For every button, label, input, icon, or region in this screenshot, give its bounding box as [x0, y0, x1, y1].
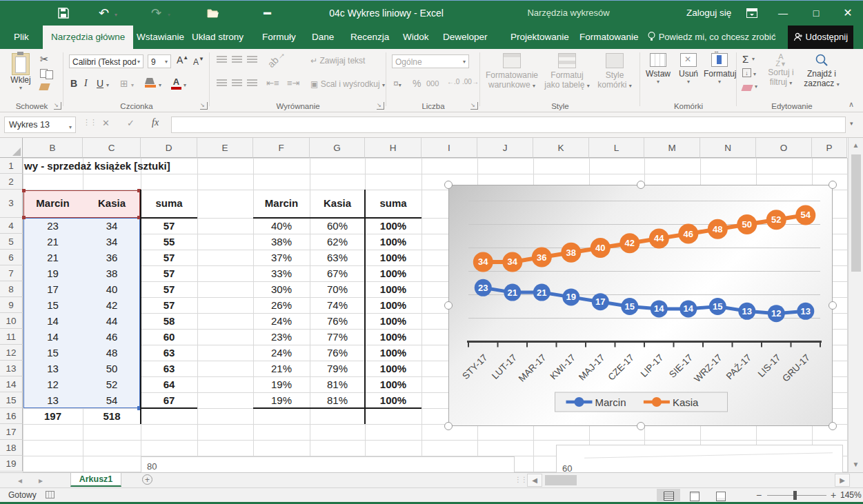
tab-recenzja[interactable]: Recenzja: [342, 26, 397, 49]
zoom-in-icon[interactable]: +: [831, 490, 836, 501]
open-folder-icon[interactable]: [207, 1, 219, 27]
column-header-K[interactable]: K: [533, 138, 589, 158]
format-cells-button[interactable]: ↔ Formatuj▾: [704, 53, 735, 85]
fill-dropdown-icon[interactable]: ▾: [753, 71, 756, 77]
cell-marcin-value[interactable]: 21: [23, 234, 83, 250]
column-header-M[interactable]: M: [644, 138, 700, 158]
cell-marcin-pct[interactable]: 21%: [253, 361, 310, 376]
row-header-9[interactable]: 9: [0, 297, 23, 313]
cell-kasia-value[interactable]: 52: [83, 376, 141, 392]
enter-formula-icon[interactable]: ✓: [127, 118, 135, 128]
chart-selection-handle[interactable]: [444, 181, 453, 189]
cell-marcin-pct[interactable]: 33%: [253, 265, 310, 281]
cell-marcin-pct[interactable]: 23%: [253, 329, 310, 345]
zoom-slider-thumb[interactable]: [793, 491, 797, 500]
cell-b3-marcin-header[interactable]: Marcin: [23, 190, 83, 218]
zoom-out-icon[interactable]: −: [756, 490, 762, 501]
cell-suma-value[interactable]: 55: [141, 234, 197, 250]
cell-marcin-pct[interactable]: 26%: [253, 297, 310, 313]
row-header-15[interactable]: 15: [0, 392, 23, 408]
number-format-combo[interactable]: Ogólne ▾: [392, 54, 469, 68]
row-header-17[interactable]: 17: [0, 424, 23, 440]
column-header-B[interactable]: B: [23, 138, 83, 158]
cell-suma-pct[interactable]: 100%: [365, 345, 421, 361]
font-color-dropdown-icon[interactable]: ▾: [183, 82, 186, 88]
cell-suma-value[interactable]: 57: [141, 250, 197, 265]
cell-suma-pct[interactable]: 100%: [365, 265, 421, 281]
clear-eraser-icon[interactable]: [741, 85, 753, 91]
tabstrip-splitter[interactable]: ⋮⋮: [515, 476, 527, 483]
cell-suma-value[interactable]: 67: [141, 392, 197, 408]
cell-marcin-value[interactable]: 14: [23, 313, 83, 329]
undo-dropdown-icon[interactable]: ▾: [115, 3, 117, 28]
cell-suma-pct[interactable]: 100%: [365, 234, 421, 250]
format-painter-icon[interactable]: [39, 83, 50, 90]
column-header-L[interactable]: L: [589, 138, 644, 158]
row-header-14[interactable]: 14: [0, 376, 23, 392]
column-header-D[interactable]: D: [141, 138, 197, 158]
cell-marcin-value[interactable]: 13: [23, 392, 83, 408]
align-top-icon[interactable]: [217, 56, 227, 63]
row-header-3[interactable]: 3: [0, 190, 23, 218]
accounting-format-icon[interactable]: ¤▾: [393, 78, 401, 89]
cell-marcin-pct[interactable]: 38%: [253, 234, 310, 250]
hscroll-left-icon[interactable]: ◀: [527, 474, 542, 487]
sales-line-chart[interactable]: STY-17LUT-17MAR-17KWI-17MAJ-17CZE-17LIP-…: [448, 185, 833, 426]
view-normal-icon[interactable]: [657, 489, 680, 501]
cell-styles-button[interactable]: Style komórki ▾: [593, 53, 636, 90]
cell-suma-pct[interactable]: 100%: [365, 361, 421, 376]
cancel-formula-icon[interactable]: ✕: [102, 118, 110, 128]
decrease-decimal-icon[interactable]: .00→: [462, 78, 479, 85]
cell-kasia-pct[interactable]: 63%: [310, 250, 365, 265]
cell-b16-total[interactable]: 197: [23, 408, 83, 424]
cell-marcin-value[interactable]: 19: [23, 265, 83, 281]
cell-kasia-value[interactable]: 34: [83, 234, 141, 250]
row-header-12[interactable]: 12: [0, 345, 23, 361]
cell-c16-total[interactable]: 518: [83, 408, 141, 424]
cell-suma-value[interactable]: 64: [141, 376, 197, 392]
decrease-font-icon[interactable]: A▼: [193, 56, 204, 67]
align-bottom-icon[interactable]: [247, 56, 257, 63]
cell-kasia-value[interactable]: 40: [83, 281, 141, 297]
column-header-P[interactable]: P: [812, 138, 847, 158]
worksheet-grid[interactable]: BCDEFGHIJKLMNOP1234567891011121314151617…: [0, 138, 848, 472]
column-header-C[interactable]: C: [83, 138, 141, 158]
column-header-F[interactable]: F: [253, 138, 310, 158]
namebox-splitter[interactable]: ⋮⋮: [83, 118, 97, 127]
cell-kasia-pct[interactable]: 74%: [310, 297, 365, 313]
cell-marcin-pct[interactable]: 24%: [253, 313, 310, 329]
clear-dropdown-icon[interactable]: ▾: [755, 83, 757, 90]
view-page-layout-icon[interactable]: [683, 489, 706, 501]
row-header-18[interactable]: 18: [0, 440, 23, 456]
row-header-13[interactable]: 13: [0, 361, 23, 376]
cell-suma-value[interactable]: 57: [141, 265, 197, 281]
column-header-E[interactable]: E: [197, 138, 253, 158]
chart-selection-handle[interactable]: [637, 422, 645, 430]
cell-marcin-value[interactable]: 15: [23, 297, 83, 313]
cell-kasia-pct[interactable]: 76%: [310, 345, 365, 361]
cell-kasia-value[interactable]: 36: [83, 250, 141, 265]
cell-suma-value[interactable]: 60: [141, 329, 197, 345]
align-left-icon[interactable]: [217, 79, 227, 87]
bold-button[interactable]: B: [70, 78, 77, 89]
row-header-16[interactable]: 16: [0, 408, 23, 424]
name-box[interactable]: Wykres 13▾: [4, 117, 76, 133]
cell-marcin-value[interactable]: 21: [23, 250, 83, 265]
vertical-scroll-thumb[interactable]: [851, 154, 861, 272]
orientation-icon[interactable]: ab→: [266, 48, 288, 70]
cell-kasia-value[interactable]: 38: [83, 265, 141, 281]
cell-suma-value[interactable]: 58: [141, 313, 197, 329]
row-header-5[interactable]: 5: [0, 234, 23, 250]
cell-kasia-pct[interactable]: 70%: [310, 281, 365, 297]
chart-selection-handle[interactable]: [444, 301, 453, 310]
cell-suma-pct[interactable]: 100%: [365, 281, 421, 297]
comma-style-icon[interactable]: 000: [426, 79, 439, 88]
cell-kasia-pct[interactable]: 81%: [310, 376, 365, 392]
percent-style-icon[interactable]: %: [413, 78, 421, 89]
cell-f3-marcin-header[interactable]: Marcin: [253, 190, 310, 218]
cell-suma-value[interactable]: 63: [141, 345, 197, 361]
cell-marcin-value[interactable]: 15: [23, 345, 83, 361]
borders-dropdown-icon[interactable]: ▾: [131, 82, 134, 88]
cut-icon[interactable]: ✂: [40, 53, 49, 65]
row-header-7[interactable]: 7: [0, 265, 23, 281]
